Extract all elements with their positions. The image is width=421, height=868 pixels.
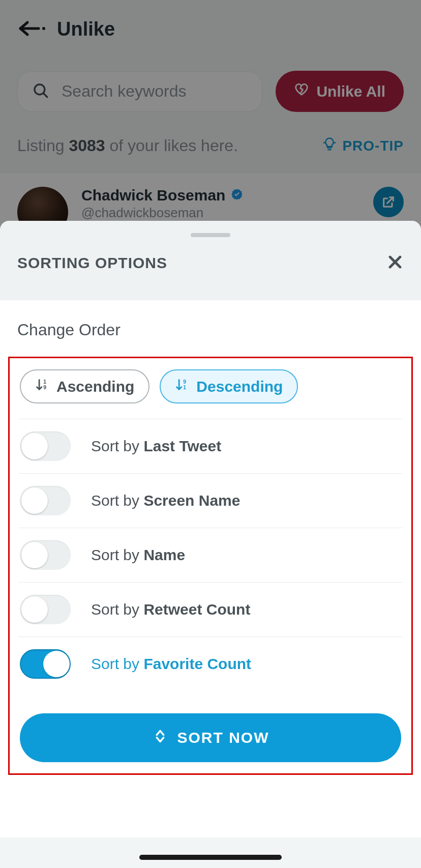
highlight-box: 1 9 Ascending 9 1 <box>8 357 413 775</box>
change-order-label: Change Order <box>17 321 404 339</box>
sorting-sheet: SORTING OPTIONS Change Order 1 <box>0 221 421 868</box>
ascending-chip[interactable]: 1 9 Ascending <box>20 369 149 403</box>
sort-option-label: Screen Name <box>143 492 240 509</box>
sort-now-label: SORT NOW <box>177 729 269 746</box>
toggle-favorite-count[interactable] <box>20 649 71 679</box>
toggle-last-tweet[interactable] <box>20 431 71 461</box>
sort-asc-icon: 1 9 <box>35 378 49 395</box>
sort-option-screen-name: Sort by Screen Name <box>19 474 402 528</box>
sort-option-label: Retweet Count <box>143 601 250 618</box>
sort-option-last-tweet: Sort by Last Tweet <box>19 419 402 473</box>
sort-option-label: Name <box>143 546 185 563</box>
svg-text:1: 1 <box>43 379 46 385</box>
sheet-title: SORTING OPTIONS <box>17 254 167 272</box>
sort-option-favorite-count: Sort by Favorite Count <box>19 637 402 691</box>
sort-option-label: Last Tweet <box>143 438 221 454</box>
ascending-label: Ascending <box>56 378 134 395</box>
sort-option-label: Favorite Count <box>143 655 251 672</box>
svg-text:1: 1 <box>184 384 187 390</box>
svg-text:9: 9 <box>43 384 46 390</box>
sort-now-button[interactable]: SORT NOW <box>20 713 401 762</box>
sort-icon <box>152 728 168 748</box>
home-indicator[interactable] <box>139 855 282 860</box>
toggle-name[interactable] <box>20 540 71 570</box>
sort-option-name: Sort by Name <box>19 528 402 582</box>
drag-handle[interactable] <box>191 233 230 237</box>
toggle-retweet-count[interactable] <box>20 595 71 624</box>
toggle-screen-name[interactable] <box>20 486 71 515</box>
close-button[interactable] <box>386 253 404 273</box>
descending-chip[interactable]: 9 1 Descending <box>160 369 298 403</box>
descending-label: Descending <box>196 378 283 395</box>
svg-text:9: 9 <box>184 379 187 385</box>
sort-desc-icon: 9 1 <box>175 378 189 395</box>
sort-option-retweet-count: Sort by Retweet Count <box>19 583 402 636</box>
